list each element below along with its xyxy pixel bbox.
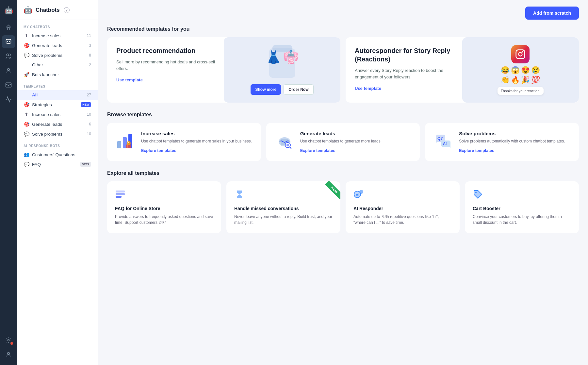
sidebar-item-generate-leads-tpl[interactable]: 🎯 Generate leads 6 (17, 119, 98, 129)
problems-icon: Q? A! (433, 131, 454, 152)
browse-grid: Increase sales Use chatbot templates to … (107, 123, 579, 161)
product-recommendation-card: Product recommendation Sell more by reco… (107, 37, 340, 103)
svg-point-34 (475, 192, 477, 193)
autoresponder-use-template[interactable]: Use template (355, 86, 381, 91)
sidebar-item-solve-problems[interactable]: 💬 Solve problems 8 (17, 50, 98, 60)
explore-missed-card: Handle missed conversations Never leave … (226, 181, 340, 233)
sidebar-item-label: Bots launcher (32, 72, 89, 77)
explore-solve-problems-link[interactable]: Explore templates (459, 148, 494, 153)
sidebar-item-faq[interactable]: 💬 FAQ BETA (17, 159, 98, 169)
sidebar-item-increase-sales-tpl[interactable]: ⬆ Increase sales 10 (17, 109, 98, 119)
top-bar: Add from scratch (98, 0, 588, 26)
sidebar-item-count: 10 (87, 112, 91, 117)
svg-point-33 (359, 190, 363, 194)
help-icon[interactable]: ? (64, 7, 70, 13)
sidebar-item-label: Solve problems (32, 132, 84, 137)
explore-generate-leads-link[interactable]: Explore templates (300, 148, 335, 153)
home-icon[interactable] (2, 21, 15, 34)
autoresponder-visual: 😂😱😍😢 👏🔥🎉💯 Thanks for your reaction! (462, 37, 579, 103)
sidebar-item-solve-problems-tpl[interactable]: 💬 Solve problems 10 (17, 129, 98, 139)
logo-icon: 🤖 (2, 4, 15, 17)
browse-solve-problems-title: Solve problems (459, 131, 565, 136)
generate-leads-tpl-icon: 🎯 (24, 122, 29, 127)
my-chatbots-label: MY CHATBOTS (17, 20, 98, 31)
browse-generate-leads-desc: Use chatbot templates to generate more l… (300, 138, 382, 144)
faq-icon: 💬 (24, 162, 29, 167)
svg-rect-28 (116, 193, 125, 195)
left-panel: 🤖 Chatbots ? MY CHATBOTS ⬆ Increase sale… (17, 0, 98, 365)
explore-faq-card: FAQ for Online Store Provide answers to … (107, 181, 221, 233)
ai-card-title: AI Responder (353, 206, 452, 211)
chatbot-nav-icon[interactable] (2, 35, 15, 48)
sidebar-item-label: Customers' Questions (32, 152, 91, 157)
browse-increase-sales-desc: Use chatbot templates to generate more s… (141, 138, 252, 144)
svg-text:AI: AI (356, 193, 359, 197)
browse-generate-leads-title: Generate leads (300, 131, 382, 136)
order-now-button[interactable]: Order Now (284, 84, 313, 95)
instagram-icon (511, 45, 530, 63)
panel-title: Chatbots (36, 7, 60, 13)
add-from-scratch-button[interactable]: Add from scratch (525, 7, 579, 20)
templates-label: TEMPLATES (17, 79, 98, 90)
svg-point-1 (8, 41, 8, 42)
sidebar-item-increase-sales[interactable]: ⬆ Increase sales 11 (17, 31, 98, 41)
icon-sidebar: 🤖 (0, 0, 17, 365)
sidebar-item-label: Strategies (32, 102, 78, 107)
svg-rect-10 (516, 50, 525, 59)
sidebar-item-generate-leads[interactable]: 🎯 Generate leads 3 (17, 41, 98, 50)
missed-card-desc: Never leave anyone without a reply. Buil… (234, 214, 333, 225)
faq-card-icon (115, 189, 213, 202)
svg-point-4 (8, 68, 10, 71)
solve-problems-icon: 💬 (24, 53, 29, 58)
sidebar-item-other[interactable]: Other 2 (17, 60, 98, 70)
sidebar-item-bots-launcher[interactable]: 🚀 Bots launcher (17, 70, 98, 79)
sidebar-item-label: Increase sales (32, 33, 84, 38)
chart-nav-icon[interactable] (2, 93, 15, 106)
settings-icon[interactable] (2, 334, 15, 347)
solve-problems-tpl-icon: 💬 (24, 131, 29, 137)
explore-increase-sales-link[interactable]: Explore templates (141, 148, 176, 153)
users-nav-icon[interactable] (2, 50, 15, 63)
product-visual: 👗 👘 Show more Order Now (224, 37, 340, 103)
svg-line-22 (290, 147, 291, 148)
order-buttons: Show more Order Now (251, 84, 313, 95)
sidebar-item-count: 11 (87, 33, 91, 38)
sidebar-item-strategies[interactable]: 🎯 Strategies NEW (17, 100, 98, 109)
explore-ai-card: AI AI Responder Automate up to 75% repet… (346, 181, 460, 233)
product-recommendation-desc: Sell more by recommending hot deals and … (116, 59, 220, 72)
browse-generate-leads-card: Generate leads Use chatbot templates to … (266, 123, 420, 161)
new-ribbon (318, 181, 340, 204)
show-more-button[interactable]: Show more (251, 84, 281, 95)
sidebar-item-count: 10 (87, 132, 91, 136)
panel-header: 🤖 Chatbots ? (17, 0, 98, 20)
chatbot-logo-icon: 🤖 (24, 6, 32, 14)
sidebar-item-count: 6 (89, 122, 91, 126)
user-avatar-icon[interactable] (2, 348, 15, 361)
ai-card-icon: AI (353, 189, 452, 202)
new-badge: NEW (81, 102, 91, 107)
browse-text: Solve problems Solve problems automatica… (459, 131, 565, 153)
svg-rect-29 (116, 196, 122, 198)
cart-card-desc: Convince your customers to buy, by offer… (473, 214, 571, 225)
mail-nav-icon[interactable] (2, 78, 15, 91)
svg-text:A!: A! (443, 141, 447, 145)
sidebar-item-count: 8 (89, 53, 91, 58)
sidebar-item-count: 3 (89, 43, 91, 48)
sidebar-item-customers-questions[interactable]: 👥 Customers' Questions (17, 150, 98, 159)
faq-card-title: FAQ for Online Store (115, 206, 213, 211)
svg-point-12 (522, 51, 524, 53)
content-area: Recommended templates for you Product re… (98, 26, 588, 242)
strategies-icon: 🎯 (24, 102, 29, 107)
browse-solve-problems-card: Q? A! Solve problems Solve problems auto… (425, 123, 579, 161)
svg-rect-0 (6, 40, 11, 43)
sales-icon (115, 131, 136, 152)
svg-rect-13 (117, 141, 121, 148)
sidebar-item-all[interactable]: All 27 (17, 90, 98, 100)
sidebar-item-label: Generate leads (32, 43, 86, 48)
svg-rect-27 (116, 191, 125, 192)
browse-solve-problems-desc: Solve problems automatically with custom… (459, 138, 565, 144)
increase-sales-icon: ⬆ (24, 33, 29, 38)
product-recommendation-use-template[interactable]: Use template (116, 77, 143, 82)
contact-nav-icon[interactable] (2, 64, 15, 77)
increase-sales-tpl-icon: ⬆ (24, 112, 29, 117)
